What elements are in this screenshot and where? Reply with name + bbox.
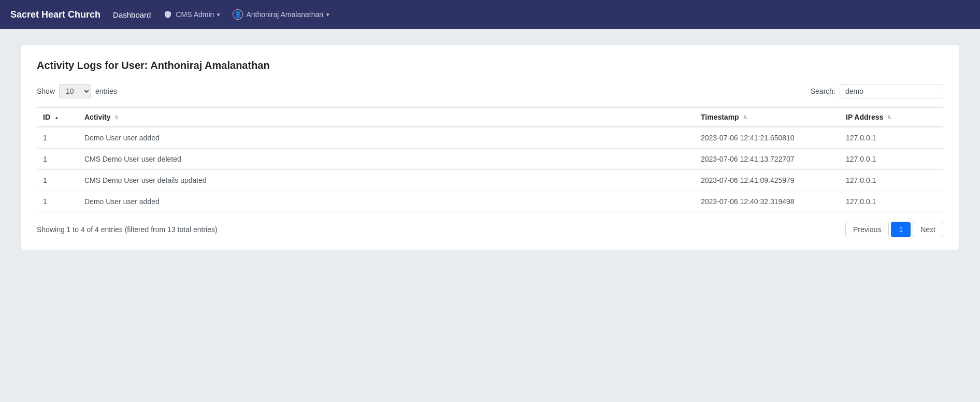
table-row: 1 CMS Demo User user details updated 202… (37, 170, 943, 191)
navbar-cms-admin-menu[interactable]: CMS Admin ▾ (163, 10, 220, 19)
pagination: Previous 1 Next (845, 222, 943, 237)
cell-activity: CMS Demo User user deleted (78, 149, 695, 170)
cell-ip-address: 127.0.0.1 (840, 149, 943, 170)
col-header-ip-address[interactable]: IP Address ⇅ (840, 107, 943, 127)
user-label: Anthoniraj Amalanathan (246, 10, 323, 19)
table-row: 1 Demo User user added 2023-07-06 12:40:… (37, 191, 943, 212)
user-avatar-icon: 👤 (233, 9, 243, 20)
main-content: Activity Logs for User: Anthoniraj Amala… (0, 29, 980, 266)
cell-timestamp: 2023-07-06 12:41:09.425979 (695, 170, 840, 191)
entries-label: entries (95, 87, 117, 95)
cell-timestamp: 2023-07-06 12:40:32.319498 (695, 191, 840, 212)
search-input[interactable] (840, 84, 943, 98)
table-row: 1 Demo User user added 2023-07-06 12:41:… (37, 127, 943, 149)
col-header-timestamp[interactable]: Timestamp ⇅ (695, 107, 840, 127)
navbar-user-menu[interactable]: 👤 Anthoniraj Amalanathan ▾ (233, 9, 329, 20)
cell-timestamp: 2023-07-06 12:41:21.650810 (695, 127, 840, 149)
timestamp-sort-icon: ⇅ (743, 116, 747, 120)
show-entries-control: Show 10 25 50 100 entries (37, 84, 117, 98)
cell-activity: Demo User user added (78, 191, 695, 212)
col-header-activity[interactable]: Activity ⇅ (78, 107, 695, 127)
user-menu-chevron-icon: ▾ (326, 11, 329, 18)
cell-timestamp: 2023-07-06 12:41:13.722707 (695, 149, 840, 170)
cell-id: 1 (37, 127, 78, 149)
cell-activity: Demo User user added (78, 127, 695, 149)
cell-ip-address: 127.0.0.1 (840, 191, 943, 212)
shield-icon (163, 10, 172, 19)
ip-sort-icon: ⇅ (887, 116, 891, 120)
entries-info: Showing 1 to 4 of 4 entries (filtered fr… (37, 225, 218, 234)
col-header-id[interactable]: ID ▲ (37, 107, 78, 127)
cms-admin-chevron-icon: ▾ (217, 11, 220, 18)
previous-button[interactable]: Previous (845, 222, 889, 237)
cell-ip-address: 127.0.0.1 (840, 127, 943, 149)
entries-select[interactable]: 10 25 50 100 (59, 84, 91, 98)
activity-logs-card: Activity Logs for User: Anthoniraj Amala… (21, 45, 959, 250)
navbar: Sacret Heart Church Dashboard CMS Admin … (0, 0, 980, 29)
cms-admin-label: CMS Admin (176, 10, 214, 19)
search-label: Search: (811, 87, 835, 95)
search-row: Search: (811, 84, 943, 98)
table-footer: Showing 1 to 4 of 4 entries (filtered fr… (37, 222, 943, 237)
next-button[interactable]: Next (913, 222, 943, 237)
navbar-dashboard-link[interactable]: Dashboard (113, 10, 151, 19)
navbar-brand: Sacret Heart Church (10, 9, 100, 20)
table-header-row: ID ▲ Activity ⇅ Timestamp (37, 107, 943, 127)
id-sort-icon: ▲ (54, 116, 59, 120)
activity-logs-table: ID ▲ Activity ⇅ Timestamp (37, 107, 943, 212)
cell-id: 1 (37, 149, 78, 170)
table-row: 1 CMS Demo User user deleted 2023-07-06 … (37, 149, 943, 170)
cell-id: 1 (37, 170, 78, 191)
page-title: Activity Logs for User: Anthoniraj Amala… (37, 60, 943, 71)
cell-id: 1 (37, 191, 78, 212)
show-label: Show (37, 87, 55, 95)
cell-ip-address: 127.0.0.1 (840, 170, 943, 191)
controls-row: Show 10 25 50 100 entries Search: (37, 84, 943, 98)
page-1-button[interactable]: 1 (891, 222, 911, 237)
cell-activity: CMS Demo User user details updated (78, 170, 695, 191)
activity-sort-icon: ⇅ (114, 116, 119, 120)
